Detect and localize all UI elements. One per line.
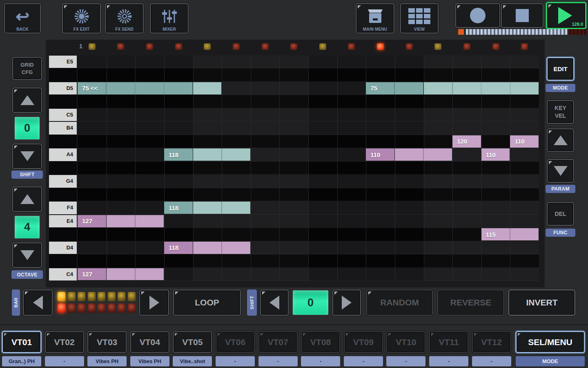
edit-mode-button[interactable]: EDIT	[547, 57, 574, 81]
track-button-vt01[interactable]: VT01	[2, 331, 41, 353]
record-button[interactable]	[455, 3, 500, 28]
shift-value-display[interactable]: 0	[14, 116, 40, 140]
track-button-vt03[interactable]: VT03	[87, 331, 127, 353]
key-vel-button[interactable]: KEY VEL	[547, 100, 574, 124]
param-down-button[interactable]	[547, 159, 574, 183]
note-120[interactable]: 120	[452, 135, 481, 148]
track-button-vt07[interactable]: VT07	[258, 331, 298, 353]
sequencer-panel: 1 E5D5C5B4A4G4F4E4D4C4 75 <<751201101181…	[46, 40, 545, 287]
track-button-vt08[interactable]: VT08	[301, 331, 340, 353]
track-button-vt05[interactable]: VT05	[173, 331, 212, 353]
random-button[interactable]: RANDOM	[366, 289, 433, 316]
fx-send-button[interactable]: FX SEND	[105, 3, 144, 34]
note[interactable]	[193, 242, 250, 254]
note[interactable]	[424, 82, 539, 94]
piano-key-F4[interactable]: F4	[49, 202, 77, 214]
beat-led-14	[463, 43, 470, 50]
note-118[interactable]: 118	[164, 202, 193, 214]
note-110[interactable]: 110	[366, 148, 394, 161]
bar-led-top-6	[108, 292, 116, 301]
piano-key-black-1[interactable]	[49, 68, 77, 81]
beat-led-5	[204, 43, 211, 50]
note-127[interactable]: 127	[78, 268, 106, 280]
note-110[interactable]: 110	[510, 135, 539, 148]
piano-key-B4[interactable]: B4	[49, 122, 77, 134]
reverse-button[interactable]: REVERSE	[437, 289, 504, 316]
piano-key-A4[interactable]: A4	[49, 148, 77, 161]
bar-prev-button[interactable]	[23, 289, 53, 316]
note-118[interactable]: 118	[164, 242, 193, 254]
stop-button[interactable]	[501, 3, 543, 28]
beat-led-2	[117, 43, 124, 50]
meter-start-marker	[458, 29, 464, 35]
pattern-shift-value-display[interactable]: 0	[292, 289, 329, 316]
back-button[interactable]: ↩ BACK	[4, 3, 41, 34]
note-75[interactable]: 75 <<	[78, 82, 193, 94]
beat-led-11	[377, 43, 384, 50]
play-button[interactable]: 128.0	[546, 2, 586, 29]
fx-edit-button[interactable]: FX EDIT	[62, 3, 101, 34]
track-name-vt05: Vibe..shot	[173, 356, 212, 366]
note-127[interactable]: 127	[78, 215, 106, 227]
track-button-vt06[interactable]: VT06	[216, 331, 255, 353]
piano-key-black-8[interactable]	[49, 162, 77, 175]
main-menu-icon	[356, 7, 394, 26]
note[interactable]	[395, 148, 452, 161]
track-button-vt02[interactable]: VT02	[45, 331, 84, 353]
param-up-button[interactable]	[547, 128, 574, 152]
track-button-vt12[interactable]: VT12	[472, 331, 511, 353]
fx-edit-label: FX EDIT	[63, 27, 100, 31]
piano-key-black-13[interactable]	[49, 228, 77, 241]
reverse-label: REVERSE	[450, 298, 491, 307]
main-menu-button[interactable]: MAIN MENU	[356, 3, 394, 34]
piano-key-E5[interactable]: E5	[49, 56, 77, 68]
note-110[interactable]: 110	[481, 148, 510, 161]
note-grid[interactable]: 75 <<75120110118110110118127115118127	[78, 55, 539, 281]
bpm-display: 128.0	[572, 22, 583, 27]
grid-column-line	[308, 55, 309, 281]
track-button-vt11[interactable]: VT11	[429, 331, 468, 353]
piano-key-C4[interactable]: C4	[49, 268, 77, 280]
section-divider	[0, 324, 588, 325]
beat-led-4	[175, 43, 182, 50]
octave-down-button[interactable]	[12, 242, 42, 268]
shift-down-button[interactable]	[12, 144, 42, 169]
grid-cfg-button[interactable]: GRID CFG	[12, 57, 42, 80]
piano-key-D4[interactable]: D4	[49, 242, 77, 254]
track-name-vt08: -	[301, 356, 340, 366]
sel-menu-button[interactable]: SEL/MENU	[516, 331, 585, 353]
pattern-shift-right-button[interactable]	[332, 289, 361, 316]
piano-key-black-3[interactable]	[49, 95, 77, 108]
track-button-vt10[interactable]: VT10	[386, 331, 425, 353]
back-icon: ↩	[5, 7, 40, 26]
note-75[interactable]: 75	[366, 82, 423, 94]
view-label: VIEW	[401, 27, 438, 31]
del-button[interactable]: DEL	[547, 202, 574, 226]
octave-value-display[interactable]: 4	[14, 215, 40, 239]
octave-up-button[interactable]	[12, 186, 42, 212]
pattern-shift-left-button[interactable]	[260, 289, 289, 316]
bar-next-button[interactable]	[139, 289, 169, 316]
note-118[interactable]: 118	[164, 148, 193, 161]
invert-button[interactable]: INVERT	[508, 289, 575, 316]
view-button[interactable]: VIEW	[400, 3, 439, 34]
shift-up-button[interactable]	[12, 88, 42, 113]
note[interactable]	[107, 215, 164, 227]
bar-led-top-7	[118, 292, 125, 301]
piano-key-E4[interactable]: E4	[49, 215, 77, 227]
note[interactable]	[193, 202, 250, 214]
note[interactable]	[193, 82, 222, 94]
piano-key-black-15[interactable]	[49, 254, 77, 267]
piano-key-D5[interactable]: D5	[49, 82, 77, 94]
track-button-vt04[interactable]: VT04	[130, 331, 169, 353]
piano-key-C5[interactable]: C5	[49, 109, 77, 121]
note[interactable]	[193, 148, 250, 161]
loop-button[interactable]: LOOP	[173, 289, 241, 316]
note-115[interactable]: 115	[481, 228, 539, 240]
piano-key-black-10[interactable]	[49, 188, 77, 201]
mixer-button[interactable]: MIXER	[150, 3, 189, 34]
track-button-vt09[interactable]: VT09	[344, 331, 383, 353]
note[interactable]	[107, 268, 164, 280]
piano-key-G4[interactable]: G4	[49, 175, 77, 187]
piano-key-black-6[interactable]	[49, 135, 77, 148]
